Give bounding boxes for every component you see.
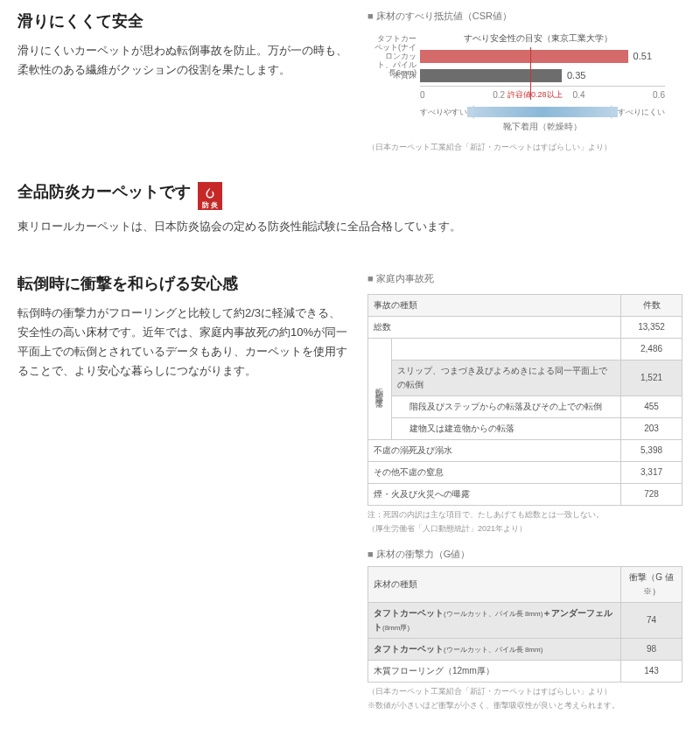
t1-title: 家庭内事故死 [368, 271, 682, 287]
bar-track-0: 0.51 [420, 50, 665, 63]
arrow-left-icon [467, 107, 542, 117]
t2r3b: 143 [621, 660, 682, 682]
table-row: その他不慮の窒息3,317 [368, 461, 682, 483]
bar-value-1: 0.35 [567, 68, 585, 84]
section-impact: 転倒時に衝撃を和らげる安心感 転倒時の衝撃力がフローリングと比較して約2/3に軽… [18, 271, 682, 711]
arrows-row: すべりやすい すべりにくい [420, 106, 665, 118]
t1-h1: 事故の種類 [368, 294, 621, 316]
s3-desc: 転倒時の衝撃力がフローリングと比較して約2/3に軽減できる、安全性の高い床材です… [18, 304, 350, 381]
bar-label-1: 木質床 [372, 72, 420, 80]
r5a: 建物又は建造物からの転落 [392, 417, 621, 439]
rotate-label: 転倒・転落・墜落 [368, 338, 392, 439]
s2-title: 全品防炎カーペットです [18, 179, 191, 205]
r3a: スリップ、つまづき及びよろめきによる同一平面上での転倒 [392, 360, 621, 396]
r4b: 455 [621, 396, 682, 417]
table-row: 不慮の溺死及び溺水5,398 [368, 439, 682, 461]
impact-table: 床材の種類衝撃（G 値※） タフトカーペット(ウールカット、パイル長 8mm)＋… [368, 566, 682, 682]
tick-0: 0 [420, 88, 425, 102]
fire-icon-text: 防 炎 [202, 202, 218, 210]
threshold-line [530, 47, 531, 100]
arrow-caption: 靴下着用（乾燥時） [420, 120, 665, 134]
t1-note2: （厚生労働省「人口動態統計」2021年より） [368, 523, 682, 535]
bar-row-carpet: タフトカーペット(ナイロンカット、パイル長6mm) 0.51 [372, 47, 682, 66]
table-row: タフトカーペット(ウールカット、パイル長 8mm)＋アンダーフェルト(8mm厚)… [368, 602, 682, 638]
chart-source: （日本カーペット工業組合「新訂・カーペットはすばらしい」より） [368, 141, 682, 153]
t2h1: 床材の種類 [368, 566, 621, 602]
csr-chart: 床材のすべり抵抗値（CSR値） すべり安全性の目安（東京工業大学） タフトカーペ… [368, 9, 682, 153]
table-row: タフトカーペット(ウールカット、パイル長 8mm)98 [368, 638, 682, 660]
arrow-right-icon [542, 107, 618, 117]
t2r2: タフトカーペット(ウールカット、パイル長 8mm) [368, 638, 621, 660]
bar-track-1: 0.35 [420, 69, 665, 82]
tick-2: 0.4 [573, 88, 585, 102]
r8b: 728 [621, 483, 682, 505]
arrow-right-label: すべりにくい [618, 106, 665, 118]
fire-resistant-icon: 防 炎 [198, 182, 222, 210]
chart-title: 床材のすべり抵抗値（CSR値） [368, 9, 682, 24]
table-row: 木質フローリング（12mm厚）143 [368, 660, 682, 682]
t2r1s3: (8mm厚) [382, 624, 410, 632]
r7a: その他不慮の窒息 [368, 461, 621, 483]
r1b: 13,352 [621, 316, 682, 338]
t1-header-row: 事故の種類件数 [368, 294, 682, 316]
t2r1s: (ウールカット、パイル長 8mm) [444, 610, 542, 618]
threshold-text: 許容値0.28以上 [508, 88, 563, 101]
r7b: 3,317 [621, 461, 682, 483]
table-row: 転倒・転落・墜落2,486 [368, 338, 682, 360]
r2a [392, 338, 621, 360]
t1-note1: 注：死因の内訳は主な項目で、たしあげても総数とは一致しない。 [368, 509, 682, 521]
t2r2a: タフトカーペット [374, 644, 444, 654]
bar-fill-carpet [420, 50, 628, 63]
table-row: 階段及びステップからの転落及びその上での転倒455 [368, 396, 682, 417]
r5b: 203 [621, 417, 682, 439]
section-slip-safety: 滑りにくくて安全 滑りにくいカーペットが思わぬ転倒事故を防止。万が一の時も、柔軟… [18, 9, 682, 153]
s3-tables: 家庭内事故死 事故の種類件数 総数13,352 転倒・転落・墜落2,486 スリ… [368, 271, 682, 711]
s2-header: 全品防炎カーペットです 防 炎 [18, 179, 682, 212]
t2r1a: タフトカーペット [374, 608, 444, 618]
table-row: 建物又は建造物からの転落203 [368, 417, 682, 439]
s1-desc: 滑りにくいカーペットが思わぬ転倒事故を防止。万が一の時も、柔軟性のある繊維がクッ… [18, 41, 350, 80]
s2-desc: 東リロールカーペットは、日本防炎協会の定める防炎性能試験に全品合格しています。 [18, 217, 682, 236]
t2r1b: 74 [621, 602, 682, 638]
r8a: 煙・火及び火災への曝露 [368, 483, 621, 505]
bar-fill-wood [420, 69, 562, 82]
chart-area: タフトカーペット(ナイロンカット、パイル長6mm) 0.51 木質床 0.35 … [368, 47, 682, 134]
s3-title: 転倒時に衝撃を和らげる安心感 [18, 271, 350, 297]
r6b: 5,398 [621, 439, 682, 461]
s1-title: 滑りにくくて安全 [18, 9, 350, 34]
section-fire-resistant: 全品防炎カーペットです 防 炎 東リロールカーペットは、日本防炎協会の定める防炎… [18, 179, 682, 236]
t2r2s: (ウールカット、パイル長 8mm) [444, 646, 542, 654]
bar-value-0: 0.51 [634, 49, 652, 65]
table-row: 煙・火及び火災への曝露728 [368, 483, 682, 505]
tick-3: 0.6 [653, 88, 665, 102]
t2h2: 衝撃（G 値※） [621, 566, 682, 602]
r6a: 不慮の溺死及び溺水 [368, 439, 621, 461]
t2-title: 床材の衝撃力（G値） [368, 547, 682, 563]
accident-table: 事故の種類件数 総数13,352 転倒・転落・墜落2,486 スリップ、つまづき… [368, 294, 682, 506]
r4a: 階段及びステップからの転落及びその上での転倒 [392, 396, 621, 417]
t2-note1: （日本カーペット工業組合「新訂・カーペットはすばらしい」より） [368, 686, 682, 697]
s3-text: 転倒時に衝撃を和らげる安心感 転倒時の衝撃力がフローリングと比較して約2/3に軽… [18, 271, 350, 711]
t1-h2: 件数 [621, 294, 682, 316]
r2b: 2,486 [621, 338, 682, 360]
r1a: 総数 [368, 316, 621, 338]
tick-1: 0.2 [493, 88, 505, 102]
t2r1: タフトカーペット(ウールカット、パイル長 8mm)＋アンダーフェルト(8mm厚) [368, 602, 621, 638]
x-axis: 0 0.2 許容値0.28以上 0.4 0.6 [420, 86, 665, 102]
t2r2b: 98 [621, 638, 682, 660]
t2r3a: 木質フローリング（12mm厚） [368, 660, 621, 682]
flame-icon [202, 186, 218, 202]
t2-header-row: 床材の種類衝撃（G 値※） [368, 566, 682, 602]
table-row-highlight: スリップ、つまづき及びよろめきによる同一平面上での転倒1,521 [368, 360, 682, 396]
table-row: 総数13,352 [368, 316, 682, 338]
section1-text: 滑りにくくて安全 滑りにくいカーペットが思わぬ転倒事故を防止。万が一の時も、柔軟… [18, 9, 350, 153]
t2-note2: ※数値が小さいほど衝撃が小さく、衝撃吸収性が良いと考えられます。 [368, 700, 682, 711]
r3b: 1,521 [621, 360, 682, 396]
